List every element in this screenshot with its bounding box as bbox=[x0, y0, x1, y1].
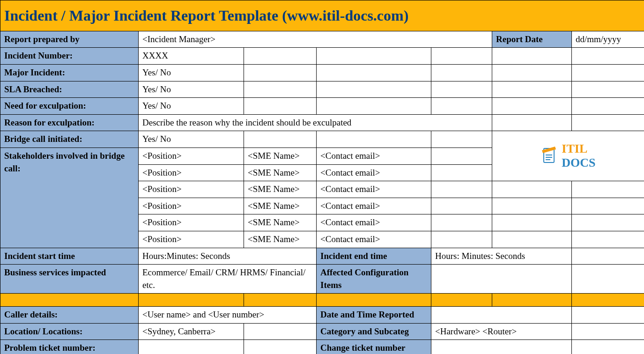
value-incident-number[interactable]: XXXX bbox=[139, 48, 244, 65]
row-problem-ticket: Problem ticket number: Change ticket num… bbox=[0, 340, 644, 354]
value-problem-ticket[interactable] bbox=[139, 340, 244, 354]
title-row: Incident / Major Incident Report Templat… bbox=[0, 0, 644, 31]
label-category-subcat: Category and Subcateg bbox=[317, 323, 431, 340]
empty-cell[interactable] bbox=[572, 181, 644, 198]
value-date-time-reported[interactable] bbox=[431, 307, 572, 324]
empty-cell[interactable] bbox=[244, 323, 317, 340]
stakeholder-email[interactable]: <Contact email> bbox=[317, 198, 431, 214]
empty-cell[interactable] bbox=[572, 198, 644, 214]
empty-cell[interactable] bbox=[572, 64, 644, 81]
row-report-prepared: Report prepared by <Incident Manager> Re… bbox=[0, 31, 644, 48]
incident-report-table: Incident / Major Incident Report Templat… bbox=[0, 0, 644, 354]
label-bridge-call: Bridge call initiated: bbox=[0, 131, 139, 148]
empty-cell[interactable] bbox=[572, 214, 644, 231]
stakeholder-sme[interactable]: <SME Name> bbox=[244, 231, 317, 248]
value-incident-end[interactable]: Hours: Minutes: Seconds bbox=[431, 248, 572, 265]
stakeholder-email[interactable]: <Contact email> bbox=[317, 214, 431, 231]
stakeholder-email[interactable]: <Contact email> bbox=[317, 181, 431, 198]
empty-cell[interactable] bbox=[317, 98, 431, 115]
stakeholder-sme[interactable]: <SME Name> bbox=[244, 164, 317, 181]
stakeholder-position[interactable]: <Position> bbox=[139, 231, 244, 248]
empty-cell[interactable] bbox=[317, 81, 431, 98]
value-affected-ci[interactable] bbox=[431, 265, 572, 294]
empty-cell[interactable] bbox=[572, 307, 644, 324]
empty-cell[interactable] bbox=[492, 181, 572, 198]
value-need-exculpation[interactable]: Yes/ No bbox=[139, 98, 244, 115]
stakeholder-sme[interactable]: <SME Name> bbox=[244, 214, 317, 231]
empty-cell[interactable] bbox=[317, 64, 431, 81]
stakeholder-email[interactable]: <Contact email> bbox=[317, 231, 431, 248]
stakeholder-position[interactable]: <Position> bbox=[139, 164, 244, 181]
empty-cell[interactable] bbox=[317, 131, 431, 148]
empty-cell[interactable] bbox=[572, 231, 644, 248]
empty-cell[interactable] bbox=[492, 231, 572, 248]
value-change-ticket[interactable] bbox=[431, 340, 572, 354]
empty-cell[interactable] bbox=[431, 131, 492, 148]
empty-cell[interactable] bbox=[431, 164, 492, 181]
empty-cell[interactable] bbox=[431, 181, 492, 198]
document-icon bbox=[541, 146, 558, 166]
empty-cell[interactable] bbox=[572, 265, 644, 294]
empty-cell[interactable] bbox=[244, 81, 317, 98]
value-incident-start[interactable]: Hours:Minutes: Seconds bbox=[139, 248, 317, 265]
value-report-date[interactable]: dd/mm/yyyy bbox=[572, 31, 644, 48]
empty-cell[interactable] bbox=[492, 48, 572, 65]
label-incident-start: Incident start time bbox=[0, 248, 139, 265]
empty-cell[interactable] bbox=[431, 48, 492, 65]
empty-cell[interactable] bbox=[244, 131, 317, 148]
stakeholder-position[interactable]: <Position> bbox=[139, 198, 244, 214]
empty-cell[interactable] bbox=[572, 98, 644, 115]
document-title: Incident / Major Incident Report Templat… bbox=[0, 0, 644, 31]
stakeholder-position[interactable]: <Position> bbox=[139, 181, 244, 198]
label-sla-breached: SLA Breached: bbox=[0, 81, 139, 98]
empty-cell[interactable] bbox=[244, 64, 317, 81]
empty-cell[interactable] bbox=[244, 98, 317, 115]
empty-cell[interactable] bbox=[492, 114, 572, 131]
value-location[interactable]: <Sydney, Canberra> bbox=[139, 323, 244, 340]
value-bridge-call[interactable]: Yes/ No bbox=[139, 131, 244, 148]
empty-cell[interactable] bbox=[572, 248, 644, 265]
empty-cell[interactable] bbox=[572, 48, 644, 65]
empty-cell[interactable] bbox=[572, 81, 644, 98]
empty-cell[interactable] bbox=[431, 198, 492, 214]
stakeholder-sme[interactable]: <SME Name> bbox=[244, 148, 317, 164]
value-business-services[interactable]: Ecommerce/ Email/ CRM/ HRMS/ Financial/ … bbox=[139, 265, 317, 294]
label-business-services: Business services impacted bbox=[0, 265, 139, 294]
value-sla-breached[interactable]: Yes/ No bbox=[139, 81, 244, 98]
empty-cell[interactable] bbox=[244, 48, 317, 65]
logo-text: ITIL DOCS bbox=[562, 140, 595, 172]
empty-cell[interactable] bbox=[431, 231, 492, 248]
empty-cell[interactable] bbox=[431, 64, 492, 81]
label-reason-exculpation: Reason for exculpation: bbox=[0, 114, 139, 131]
stakeholder-email[interactable]: <Contact email> bbox=[317, 164, 431, 181]
value-report-prepared-by[interactable]: <Incident Manager> bbox=[139, 31, 492, 48]
row-major-incident: Major Incident: Yes/ No bbox=[0, 64, 644, 81]
empty-cell[interactable] bbox=[431, 81, 492, 98]
empty-cell[interactable] bbox=[492, 214, 572, 231]
value-reason-exculpation[interactable]: Describe the reason why the incident sho… bbox=[139, 114, 492, 131]
row-caller-details: Caller details: <User name> and <User nu… bbox=[0, 307, 644, 324]
empty-cell[interactable] bbox=[572, 323, 644, 340]
row-sla-breached: SLA Breached: Yes/ No bbox=[0, 81, 644, 98]
stakeholder-position[interactable]: <Position> bbox=[139, 214, 244, 231]
empty-cell[interactable] bbox=[572, 114, 644, 131]
empty-cell[interactable] bbox=[492, 198, 572, 214]
value-category-subcat[interactable]: <Hardware> <Router> bbox=[431, 323, 572, 340]
empty-cell[interactable] bbox=[492, 98, 572, 115]
empty-cell[interactable] bbox=[492, 81, 572, 98]
stakeholder-email[interactable]: <Contact email> bbox=[317, 148, 431, 164]
empty-cell[interactable] bbox=[431, 214, 492, 231]
empty-cell[interactable] bbox=[244, 340, 317, 354]
stakeholder-position[interactable]: <Position> bbox=[139, 148, 244, 164]
empty-cell[interactable] bbox=[492, 64, 572, 81]
stakeholder-sme[interactable]: <SME Name> bbox=[244, 181, 317, 198]
row-need-exculpation: Need for exculpation: Yes/ No bbox=[0, 98, 644, 115]
value-major-incident[interactable]: Yes/ No bbox=[139, 64, 244, 81]
empty-cell[interactable] bbox=[431, 98, 492, 115]
row-business-services: Business services impacted Ecommerce/ Em… bbox=[0, 265, 644, 294]
stakeholder-sme[interactable]: <SME Name> bbox=[244, 198, 317, 214]
empty-cell[interactable] bbox=[317, 48, 431, 65]
empty-cell[interactable] bbox=[431, 148, 492, 164]
value-caller-details[interactable]: <User name> and <User number> bbox=[139, 307, 317, 324]
empty-cell[interactable] bbox=[572, 340, 644, 354]
